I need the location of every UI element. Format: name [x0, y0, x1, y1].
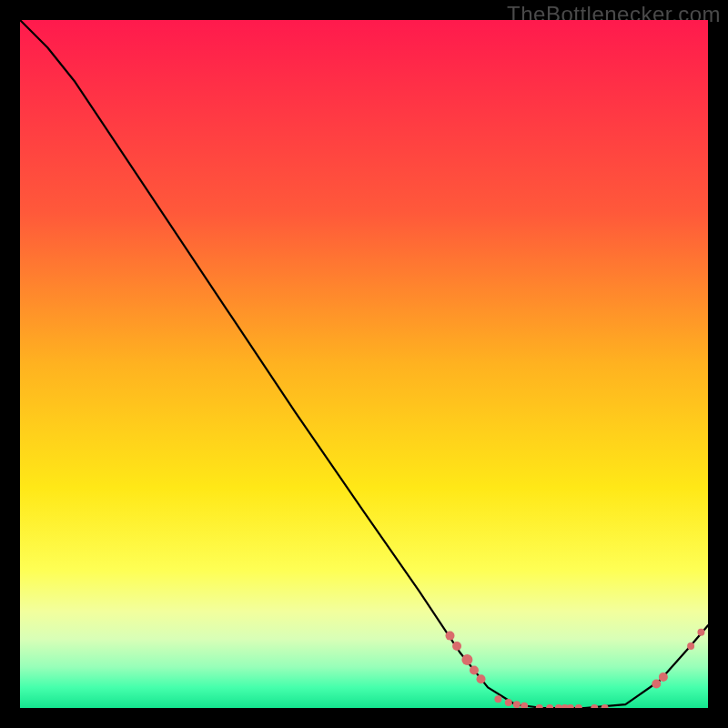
- data-point: [446, 632, 455, 641]
- data-point: [470, 665, 479, 674]
- plot-area: [20, 20, 708, 708]
- data-point: [461, 654, 472, 665]
- gradient-background: [20, 20, 708, 708]
- data-point: [477, 674, 486, 683]
- data-point: [513, 701, 521, 708]
- data-point: [505, 699, 512, 706]
- data-point: [452, 642, 461, 651]
- data-point: [494, 695, 501, 703]
- data-point: [659, 672, 668, 682]
- data-point: [687, 642, 694, 650]
- chart-frame: TheBottlenecker.com: [0, 0, 728, 728]
- data-point: [697, 629, 704, 636]
- bottleneck-chart: [20, 20, 708, 708]
- data-point: [652, 680, 661, 689]
